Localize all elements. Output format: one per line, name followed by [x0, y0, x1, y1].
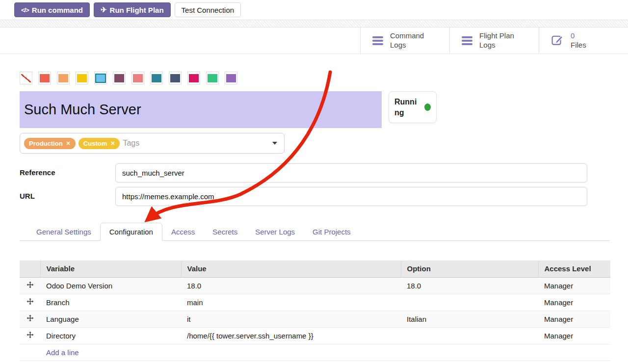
- test-connection-label: Test Connection: [182, 6, 235, 14]
- flight-plan-logs-label: Flight Plan Logs: [479, 31, 514, 50]
- field-group: Reference URL: [20, 163, 587, 206]
- run-flight-plan-label: Run Flight Plan: [110, 6, 164, 14]
- add-a-line-link[interactable]: Add a line: [46, 348, 79, 357]
- color-swatch-no-color[interactable]: [20, 72, 32, 84]
- column-header-value: Value: [181, 260, 401, 277]
- color-swatch-dark-purple[interactable]: [113, 72, 126, 84]
- column-header-option: Option: [401, 260, 538, 277]
- color-swatch-fushia[interactable]: [187, 72, 200, 84]
- tags-placeholder: Tags: [123, 139, 139, 148]
- color-swatch-green[interactable]: [206, 72, 219, 84]
- table-row[interactable]: Language it Italian Manager: [20, 311, 610, 327]
- reference-label: Reference: [20, 163, 115, 182]
- table-header-row: VariableValueOptionAccess Level: [20, 260, 610, 277]
- table-row[interactable]: Branch main Manager: [20, 294, 610, 311]
- notebook-tabs: General SettingsConfigurationAccessSecre…: [20, 222, 609, 241]
- files-label: 0 Files: [571, 31, 586, 50]
- url-label: URL: [20, 187, 115, 206]
- tag-remove-icon[interactable]: ✕: [110, 140, 115, 147]
- tab-access[interactable]: Access: [162, 223, 204, 240]
- run-flight-plan-button[interactable]: ✈ Run Flight Plan: [94, 2, 171, 17]
- tags-input[interactable]: Production ✕ Custom ✕ Tags: [20, 133, 285, 154]
- color-swatch-medium-blue[interactable]: [150, 72, 163, 84]
- server-form-page: </> Run command ✈ Run Flight Plan Test C…: [0, 0, 628, 364]
- color-swatch-red[interactable]: [38, 72, 51, 84]
- table-body: Odoo Demo Version 18.0 18.0 Manager Bran…: [20, 277, 610, 361]
- form-sheet: Such Much Server Running Production ✕ Cu…: [0, 72, 628, 361]
- files-count: 0: [571, 31, 575, 40]
- color-swatch-orange[interactable]: [57, 72, 70, 84]
- hatched-divider: [0, 20, 628, 27]
- run-command-label: Run command: [32, 6, 83, 14]
- configuration-table: VariableValueOptionAccess Level Odoo Dem…: [20, 260, 610, 361]
- color-swatch-yellow[interactable]: [76, 72, 88, 84]
- flight-plan-logs-button[interactable]: Flight Plan Logs: [449, 27, 539, 53]
- table-row[interactable]: Odoo Demo Version 18.0 18.0 Manager: [20, 277, 610, 294]
- drag-handle-icon[interactable]: [20, 277, 40, 294]
- column-header-access-level: Access Level: [538, 260, 610, 277]
- tab-configuration[interactable]: Configuration: [100, 223, 162, 241]
- column-header-handle: [20, 260, 40, 277]
- status-label: Running: [394, 97, 420, 118]
- status-green-dot-icon: [424, 104, 431, 111]
- server-name-input[interactable]: Such Much Server: [20, 91, 382, 128]
- tag-pill-custom[interactable]: Custom ✕: [78, 138, 120, 149]
- tab-general-settings[interactable]: General Settings: [27, 223, 100, 240]
- url-input[interactable]: [115, 187, 587, 206]
- color-swatch-purple[interactable]: [225, 72, 237, 84]
- edit-pencil-icon: [551, 33, 564, 48]
- color-swatch-light-blue[interactable]: [94, 72, 107, 84]
- drag-handle-icon[interactable]: [20, 294, 40, 311]
- add-a-line-row: Add a line: [20, 344, 610, 361]
- server-name-text: Such Much Server: [24, 102, 141, 118]
- command-logs-label: Command Logs: [390, 31, 424, 50]
- tag-remove-icon[interactable]: ✕: [66, 140, 71, 147]
- run-command-button[interactable]: </> Run command: [14, 2, 90, 17]
- action-toolbar: </> Run command ✈ Run Flight Plan Test C…: [0, 0, 628, 20]
- drag-handle-icon[interactable]: [20, 327, 40, 344]
- stat-button-bar: Command Logs Flight Plan Logs 0 Files: [0, 27, 628, 54]
- tab-server-logs[interactable]: Server Logs: [246, 223, 304, 240]
- status-card: Running: [389, 91, 437, 123]
- table-row[interactable]: Directory /home/{{ tower.server.ssh_user…: [20, 327, 610, 344]
- list-bars-icon: [462, 36, 472, 45]
- tab-git-projects[interactable]: Git Projects: [304, 223, 360, 240]
- command-logs-button[interactable]: Command Logs: [360, 27, 449, 53]
- code-icon: </>: [21, 6, 29, 14]
- plane-icon: ✈: [101, 5, 107, 14]
- color-swatch-dark-blue[interactable]: [169, 72, 182, 84]
- column-header-variable: Variable: [40, 260, 181, 277]
- drag-handle-icon[interactable]: [20, 311, 40, 327]
- title-row: Such Much Server Running: [20, 91, 609, 128]
- color-palette: [20, 72, 609, 84]
- chevron-down-icon[interactable]: [272, 142, 277, 145]
- test-connection-button[interactable]: Test Connection: [175, 2, 241, 17]
- tag-pill-production[interactable]: Production ✕: [24, 138, 76, 149]
- reference-input[interactable]: [115, 163, 587, 182]
- list-bars-icon: [372, 36, 383, 45]
- files-button[interactable]: 0 Files: [539, 27, 628, 53]
- tab-secrets[interactable]: Secrets: [204, 223, 246, 240]
- color-swatch-salmon-pink[interactable]: [131, 72, 144, 84]
